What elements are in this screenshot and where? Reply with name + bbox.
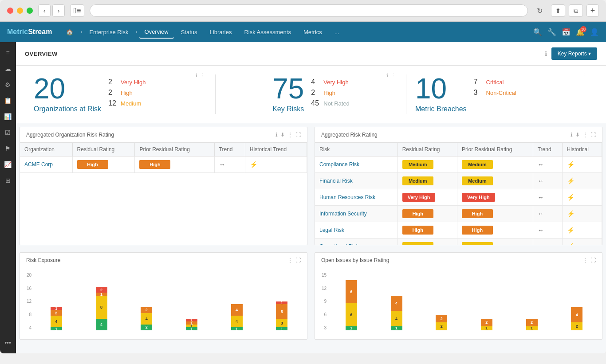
orgs-high: 2 High [108,89,146,97]
notifications-icon[interactable]: 🔔38 [576,28,585,36]
sidebar-icon-chart[interactable]: 📊 [1,110,15,124]
share-button[interactable]: ⬆ [551,4,565,17]
col-organization: Organization [20,143,72,157]
kpi-orgs-info-icon[interactable]: ℹ [196,73,197,78]
agg-risk-table-wrapper: Risk Residual Rating Prior Residual Rati… [315,143,602,245]
brand-logo: MetricStream [7,28,52,36]
risk-link-5[interactable]: Operational Risk [319,243,359,245]
risk-link-0[interactable]: Compliance Risk [319,161,359,168]
risks-very-high: 4 Very High [311,78,350,86]
reload-button[interactable]: ↻ [533,4,546,17]
bar-segment-bar-medium: 1 [481,326,492,330]
col-residual-rating: Residual Rating [72,143,135,157]
kpi-orgs-more-icon[interactable]: ⋮ [200,73,205,78]
sidebar-icon-cloud[interactable]: ☁ [1,62,15,76]
overview-info-icon[interactable]: ℹ [545,50,547,57]
search-icon[interactable]: 🔍 [533,28,542,36]
trend-2: ↔ [538,194,544,201]
acme-residual-badge: High [77,160,108,169]
top-navigation: MetricStream 🏠 › Enterprise Risk › Overv… [0,22,606,42]
nav-more[interactable]: ... [329,26,345,38]
forward-button[interactable]: › [52,4,65,17]
kpi-risks-more-icon[interactable]: ⋮ [391,73,396,78]
sidebar-icon-gear[interactable]: ⚙ [1,78,15,92]
agg-risk-expand-icon[interactable]: ⛶ [590,132,596,138]
close-button[interactable] [7,8,13,14]
org-risk-info-icon[interactable]: ℹ [275,132,278,138]
bar-segment-bar-medium: 8 [96,296,107,319]
acme-corp-link[interactable]: ACME Corp [24,161,53,168]
re-menu-icon[interactable]: ⋮ [287,257,293,263]
org-risk-expand-icon[interactable]: ⛶ [295,132,301,138]
sidebar-toggle-button[interactable] [70,4,84,17]
kpi-risks-info-icon[interactable]: ℹ [386,73,388,78]
risks-label: Key Risks [272,105,304,114]
back-button[interactable]: ‹ [38,4,51,17]
kpi-breaches-more-icon[interactable]: ⋮ [582,73,586,78]
bar-segment-bar-high: 2 [436,315,447,322]
oi-expand-icon[interactable]: ⛶ [590,257,596,263]
agg-risk-panel: Aggregated Risk Rating ℹ ⬇ ⋮ ⛶ [315,127,602,245]
sidebar-icon-flag[interactable]: ⚑ [1,141,15,156]
duplicate-button[interactable]: ⧉ [569,4,583,17]
sidebar-icon-grid[interactable]: ⊞ [1,173,15,188]
bar-segment-bar-low: 1 [391,326,402,330]
prior-badge-2: Very High [462,193,495,202]
nav-overview[interactable]: Overview [139,26,174,39]
nav-enterprise-risk[interactable]: Enterprise Risk [84,26,134,38]
url-bar[interactable] [90,4,528,17]
nav-libraries[interactable]: Libraries [205,26,237,38]
orgs-label: Organizations at Risk [34,105,101,114]
key-reports-button[interactable]: Key Reports ▾ [551,47,597,60]
bar-segment-bar-high: 5 [276,304,287,319]
org-risk-menu-icon[interactable]: ⋮ [287,132,293,138]
hist-2: ⚡ [567,194,575,201]
risk-link-2[interactable]: Human Resources Risk [319,194,375,200]
calendar-icon[interactable]: 📅 [562,28,571,36]
overview-header: OVERVIEW ℹ Key Reports ▾ [16,42,606,66]
bar-group-2: 242 [126,307,167,330]
re-expand-icon[interactable]: ⛶ [295,257,301,263]
oi-menu-icon[interactable]: ⋮ [582,257,588,263]
bar-group-2: 22 [421,315,462,330]
main-content: OVERVIEW ℹ Key Reports ▾ ℹ ⋮ [16,42,606,353]
risk-link-4[interactable]: Legal Risk [319,227,344,233]
org-risk-download-icon[interactable]: ⬇ [280,132,285,138]
nav-status[interactable]: Status [176,26,203,38]
maximize-button[interactable] [27,8,33,14]
nav-home[interactable]: 🏠 [61,26,79,38]
nav-risk-assessments[interactable]: Risk Assessments [239,26,296,38]
svg-rect-3 [77,12,81,12]
agg-risk-menu-icon[interactable]: ⋮ [582,132,588,138]
hist-5: ⚡ [567,243,575,245]
sidebar-icon-menu[interactable]: ≡ [1,46,15,60]
risk-link-1[interactable]: Financial Risk [319,178,353,184]
bar-group-4: 12 [511,319,553,330]
residual-badge-2: Very High [402,193,436,202]
sidebar-icon-clipboard[interactable]: 📋 [1,94,15,108]
table-row: Information Security High High ↔ ⚡ [315,205,602,222]
sidebar-icon-check[interactable]: ☑ [1,125,15,140]
residual-badge-0: Medium [402,160,433,169]
prior-badge-1: Medium [462,176,493,185]
col-trend: Trend [533,143,562,157]
breaches-count: 10 [415,74,467,103]
sidebar-icon-trend[interactable]: 📈 [1,157,15,172]
risk-link-3[interactable]: Information Security [319,211,367,217]
left-sidebar: ≡ ☁ ⚙ 📋 📊 ☑ ⚑ 📈 ⊞ ••• [0,42,16,353]
minimize-button[interactable] [17,8,23,14]
org-risk-actions: ℹ ⬇ ⋮ ⛶ [275,132,301,138]
overview-title: OVERVIEW [25,51,58,57]
col-risk: Risk [315,143,397,157]
nav-metrics[interactable]: Metrics [298,26,327,38]
tools-icon[interactable]: 🔧 [547,28,556,36]
sidebar-icon-more[interactable]: ••• [1,336,15,350]
user-avatar[interactable]: 👤 [590,28,599,36]
table-row: Financial Risk Medium Medium ↔ ⚡ [315,172,602,189]
agg-risk-info-icon[interactable]: ℹ [571,132,573,138]
new-tab-button[interactable]: + [586,4,599,17]
agg-risk-download-icon[interactable]: ⬇ [575,132,580,138]
residual-badge-3: High [402,209,433,218]
bar-segment-bar-medium: 6 [346,303,357,326]
bar-segment-bar-low: 1 [276,327,287,330]
